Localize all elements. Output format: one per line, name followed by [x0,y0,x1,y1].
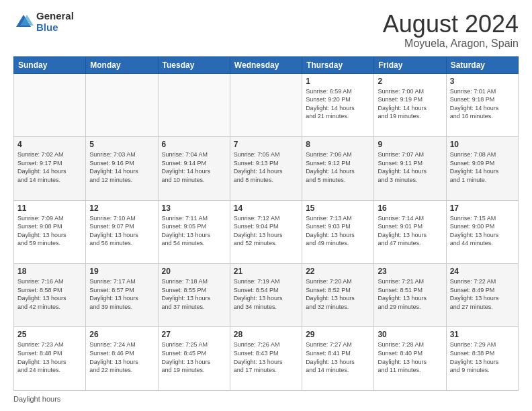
day-number: 11 [17,203,82,213]
day-info: Sunrise: 7:17 AM Sunset: 8:57 PM Dayligh… [89,277,154,311]
calendar-cell: 29Sunrise: 7:27 AM Sunset: 8:41 PM Dayli… [302,327,374,391]
day-number: 9 [378,140,442,149]
day-number: 27 [162,330,226,339]
day-number: 20 [162,267,226,276]
calendar-week-2: 4Sunrise: 7:02 AM Sunset: 9:17 PM Daylig… [14,137,519,200]
calendar-cell [14,73,86,136]
day-info: Sunrise: 7:05 AM Sunset: 9:13 PM Dayligh… [234,150,298,184]
day-info: Sunrise: 7:25 AM Sunset: 8:45 PM Dayligh… [162,340,226,374]
day-info: Sunrise: 7:01 AM Sunset: 9:18 PM Dayligh… [450,87,515,121]
day-info: Sunrise: 7:10 AM Sunset: 9:07 PM Dayligh… [89,214,154,248]
day-number: 3 [450,77,515,86]
day-number: 14 [234,203,298,213]
day-number: 7 [234,140,298,149]
day-info: Sunrise: 7:24 AM Sunset: 8:46 PM Dayligh… [89,340,154,374]
day-number: 16 [378,203,442,213]
day-info: Sunrise: 7:03 AM Sunset: 9:16 PM Dayligh… [89,150,154,184]
day-info: Sunrise: 7:16 AM Sunset: 8:58 PM Dayligh… [17,277,82,311]
day-info: Sunrise: 7:04 AM Sunset: 9:14 PM Dayligh… [162,150,226,184]
day-info: Sunrise: 7:12 AM Sunset: 9:04 PM Dayligh… [234,214,298,248]
day-info: Sunrise: 7:29 AM Sunset: 8:38 PM Dayligh… [450,340,515,374]
calendar-cell: 17Sunrise: 7:15 AM Sunset: 9:00 PM Dayli… [446,200,518,263]
calendar-cell: 10Sunrise: 7:08 AM Sunset: 9:09 PM Dayli… [446,137,518,200]
logo-icon [13,12,34,32]
title-block: August 2024 Moyuela, Aragon, Spain [383,11,519,50]
calendar-cell: 23Sunrise: 7:21 AM Sunset: 8:51 PM Dayli… [374,264,446,327]
day-number: 17 [450,203,515,213]
calendar-cell: 24Sunrise: 7:22 AM Sunset: 8:49 PM Dayli… [446,264,518,327]
calendar-cell: 8Sunrise: 7:06 AM Sunset: 9:12 PM Daylig… [302,137,374,200]
calendar-cell: 16Sunrise: 7:14 AM Sunset: 9:01 PM Dayli… [374,200,446,263]
subtitle: Moyuela, Aragon, Spain [383,38,519,50]
calendar-cell: 27Sunrise: 7:25 AM Sunset: 8:45 PM Dayli… [158,327,230,391]
calendar-week-4: 18Sunrise: 7:16 AM Sunset: 8:58 PM Dayli… [14,264,519,327]
calendar-cell: 18Sunrise: 7:16 AM Sunset: 8:58 PM Dayli… [14,264,86,327]
calendar-table: SundayMondayTuesdayWednesdayThursdayFrid… [13,56,519,391]
day-number: 19 [89,267,154,276]
day-info: Sunrise: 7:09 AM Sunset: 9:08 PM Dayligh… [17,214,82,248]
day-number: 31 [450,330,515,339]
calendar-cell: 15Sunrise: 7:13 AM Sunset: 9:03 PM Dayli… [302,200,374,263]
calendar-cell: 30Sunrise: 7:28 AM Sunset: 8:40 PM Dayli… [374,327,446,391]
day-number: 10 [450,140,515,149]
day-info: Sunrise: 7:23 AM Sunset: 8:48 PM Dayligh… [17,340,82,374]
calendar-cell: 26Sunrise: 7:24 AM Sunset: 8:46 PM Dayli… [86,327,158,391]
day-number: 23 [378,267,442,276]
day-number: 25 [17,330,82,339]
day-number: 30 [378,330,442,339]
day-info: Sunrise: 7:27 AM Sunset: 8:41 PM Dayligh… [306,340,370,374]
day-info: Sunrise: 7:15 AM Sunset: 9:00 PM Dayligh… [450,214,515,248]
page: General Blue August 2024 Moyuela, Aragon… [0,0,532,411]
day-info: Sunrise: 7:22 AM Sunset: 8:49 PM Dayligh… [450,277,515,311]
main-title: August 2024 [383,11,519,38]
calendar-cell: 22Sunrise: 7:20 AM Sunset: 8:52 PM Dayli… [302,264,374,327]
logo-blue: Blue [36,22,74,34]
calendar-cell: 19Sunrise: 7:17 AM Sunset: 8:57 PM Dayli… [86,264,158,327]
footer: Daylight hours [13,395,519,403]
header: General Blue August 2024 Moyuela, Aragon… [13,11,519,50]
day-info: Sunrise: 7:07 AM Sunset: 9:11 PM Dayligh… [378,150,442,184]
calendar-header-row: SundayMondayTuesdayWednesdayThursdayFrid… [14,56,519,73]
calendar-cell: 9Sunrise: 7:07 AM Sunset: 9:11 PM Daylig… [374,137,446,200]
calendar-week-5: 25Sunrise: 7:23 AM Sunset: 8:48 PM Dayli… [14,327,519,391]
calendar-cell: 1Sunrise: 6:59 AM Sunset: 9:20 PM Daylig… [302,73,374,136]
day-number: 29 [306,330,370,339]
calendar-week-1: 1Sunrise: 6:59 AM Sunset: 9:20 PM Daylig… [14,73,519,136]
day-number: 22 [306,267,370,276]
calendar-cell: 12Sunrise: 7:10 AM Sunset: 9:07 PM Dayli… [86,200,158,263]
logo-text: General Blue [36,11,74,33]
day-number: 4 [17,140,82,149]
day-number: 12 [89,203,154,213]
calendar-cell: 31Sunrise: 7:29 AM Sunset: 8:38 PM Dayli… [446,327,518,391]
calendar-cell: 3Sunrise: 7:01 AM Sunset: 9:18 PM Daylig… [446,73,518,136]
day-info: Sunrise: 7:21 AM Sunset: 8:51 PM Dayligh… [378,277,442,311]
day-info: Sunrise: 7:13 AM Sunset: 9:03 PM Dayligh… [306,214,370,248]
day-info: Sunrise: 7:00 AM Sunset: 9:19 PM Dayligh… [378,87,442,121]
day-info: Sunrise: 6:59 AM Sunset: 9:20 PM Dayligh… [306,87,370,121]
calendar-cell: 20Sunrise: 7:18 AM Sunset: 8:55 PM Dayli… [158,264,230,327]
calendar-header-tuesday: Tuesday [158,56,230,73]
day-info: Sunrise: 7:11 AM Sunset: 9:05 PM Dayligh… [162,214,226,248]
day-info: Sunrise: 7:26 AM Sunset: 8:43 PM Dayligh… [234,340,298,374]
calendar-header-sunday: Sunday [14,56,86,73]
day-info: Sunrise: 7:20 AM Sunset: 8:52 PM Dayligh… [306,277,370,311]
calendar-week-3: 11Sunrise: 7:09 AM Sunset: 9:08 PM Dayli… [14,200,519,263]
day-number: 2 [378,77,442,86]
day-number: 5 [89,140,154,149]
day-number: 18 [17,267,82,276]
logo-general: General [36,11,74,22]
calendar-header-wednesday: Wednesday [230,56,302,73]
calendar-cell: 6Sunrise: 7:04 AM Sunset: 9:14 PM Daylig… [158,137,230,200]
calendar-header-thursday: Thursday [302,56,374,73]
day-info: Sunrise: 7:18 AM Sunset: 8:55 PM Dayligh… [162,277,226,311]
calendar-header-monday: Monday [86,56,158,73]
day-number: 24 [450,267,515,276]
day-number: 1 [306,77,370,86]
day-number: 13 [162,203,226,213]
calendar-cell: 5Sunrise: 7:03 AM Sunset: 9:16 PM Daylig… [86,137,158,200]
calendar-cell: 14Sunrise: 7:12 AM Sunset: 9:04 PM Dayli… [230,200,302,263]
day-number: 21 [234,267,298,276]
calendar-cell: 4Sunrise: 7:02 AM Sunset: 9:17 PM Daylig… [14,137,86,200]
calendar-header-saturday: Saturday [446,56,518,73]
day-number: 26 [89,330,154,339]
